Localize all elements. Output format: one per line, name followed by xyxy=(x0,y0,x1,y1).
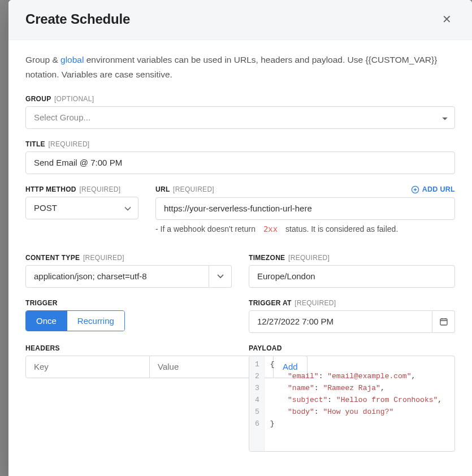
url-hint-before: - If a webhook doesn't return xyxy=(155,224,258,233)
payload-code[interactable]: { "email": "email@example.com", "name": … xyxy=(265,356,448,451)
url-hint-code: 2xx xyxy=(258,222,283,236)
title-field: TITLE [REQUIRED] xyxy=(25,140,455,174)
content-type-label-text: CONTENT TYPE xyxy=(25,254,80,262)
http-method-value: POST xyxy=(34,203,57,213)
chevron-down-icon xyxy=(217,274,224,279)
headers-label-text: HEADERS xyxy=(25,344,60,352)
content-type-dropdown-button[interactable] xyxy=(209,265,232,288)
headers-field: HEADERS Add xyxy=(25,344,232,452)
payload-field: PAYLOAD 123456 { "email": "email@example… xyxy=(249,344,455,452)
trigger-at-field: TRIGGER AT [REQUIRED] xyxy=(249,299,455,333)
url-input[interactable] xyxy=(155,197,455,220)
trigger-label-text: TRIGGER xyxy=(25,299,58,307)
headers-label: HEADERS xyxy=(25,344,232,352)
group-select-placeholder: Select Group... xyxy=(34,112,90,122)
modal-header: Create Schedule ✕ xyxy=(8,0,472,40)
url-label-text: URL xyxy=(155,185,170,193)
content-type-input[interactable]: application/json; charset=utf-8 xyxy=(25,265,209,288)
calendar-icon xyxy=(439,317,448,326)
group-label-text: GROUP xyxy=(25,95,51,103)
header-key-input[interactable] xyxy=(25,356,150,378)
title-label-text: TITLE xyxy=(25,140,45,148)
trigger-segmented: Once Recurring xyxy=(25,310,125,331)
trigger-label: TRIGGER xyxy=(25,299,232,307)
title-label-qual: [REQUIRED] xyxy=(48,140,89,148)
timezone-label-text: TIMEZONE xyxy=(249,254,285,262)
timezone-label: TIMEZONE [REQUIRED] xyxy=(249,254,455,262)
title-input[interactable] xyxy=(25,152,455,174)
intro-after: environment variables can be used in URL… xyxy=(25,55,437,79)
url-label: URL [REQUIRED] xyxy=(155,185,214,193)
plus-circle-icon xyxy=(411,185,419,194)
trigger-at-label-text: TRIGGER AT xyxy=(249,299,292,307)
create-schedule-modal: Create Schedule ✕ Group & global environ… xyxy=(8,0,472,476)
trigger-recurring-button[interactable]: Recurring xyxy=(67,311,124,331)
chevron-down-icon xyxy=(124,203,131,213)
trigger-at-label-qual: [REQUIRED] xyxy=(295,299,336,307)
global-link[interactable]: global xyxy=(60,55,84,64)
group-label: GROUP [OPTIONAL] xyxy=(25,95,455,103)
timezone-label-qual: [REQUIRED] xyxy=(288,254,330,262)
payload-label: PAYLOAD xyxy=(249,344,455,352)
intro-before: Group & xyxy=(25,55,60,64)
close-icon[interactable]: ✕ xyxy=(439,11,455,27)
calendar-button[interactable] xyxy=(432,310,455,333)
content-type-field: CONTENT TYPE [REQUIRED] application/json… xyxy=(25,254,232,288)
title-label: TITLE [REQUIRED] xyxy=(25,140,455,148)
url-hint: - If a webhook doesn't return 2xx status… xyxy=(155,224,455,233)
group-label-qual: [OPTIONAL] xyxy=(54,95,94,103)
group-field: GROUP [OPTIONAL] Select Group... xyxy=(25,95,455,129)
add-url-button[interactable]: ADD URL xyxy=(411,185,455,194)
http-method-field: HTTP METHOD [REQUIRED] POST xyxy=(25,185,138,233)
url-field: URL [REQUIRED] ADD URL - If a webhook do… xyxy=(155,185,455,233)
payload-gutter: 123456 xyxy=(249,356,265,451)
url-label-qual: [REQUIRED] xyxy=(173,185,214,193)
url-hint-after: status. It is considered as failed. xyxy=(283,224,398,233)
add-url-label: ADD URL xyxy=(422,185,455,193)
http-method-label: HTTP METHOD [REQUIRED] xyxy=(25,185,138,193)
content-type-label-qual: [REQUIRED] xyxy=(83,254,124,262)
content-type-value: application/json; charset=utf-8 xyxy=(34,271,147,281)
timezone-field: TIMEZONE [REQUIRED] xyxy=(249,254,455,288)
trigger-at-label: TRIGGER AT [REQUIRED] xyxy=(249,299,455,307)
payload-label-text: PAYLOAD xyxy=(249,344,282,352)
svg-rect-1 xyxy=(440,319,447,325)
caret-down-icon xyxy=(442,112,448,122)
http-method-select[interactable]: POST xyxy=(25,197,138,219)
modal-body: Group & global environment variables can… xyxy=(8,40,472,476)
trigger-at-input[interactable] xyxy=(249,310,432,333)
payload-editor[interactable]: 123456 { "email": "email@example.com", "… xyxy=(249,356,455,452)
trigger-field: TRIGGER Once Recurring xyxy=(25,299,232,333)
http-method-label-text: HTTP METHOD xyxy=(25,185,76,193)
intro-text: Group & global environment variables can… xyxy=(25,53,455,83)
timezone-input[interactable] xyxy=(249,265,455,288)
content-type-label: CONTENT TYPE [REQUIRED] xyxy=(25,254,232,262)
modal-title: Create Schedule xyxy=(25,11,130,27)
trigger-once-button[interactable]: Once xyxy=(26,311,67,331)
http-method-label-qual: [REQUIRED] xyxy=(79,185,120,193)
group-select[interactable]: Select Group... xyxy=(25,106,455,129)
